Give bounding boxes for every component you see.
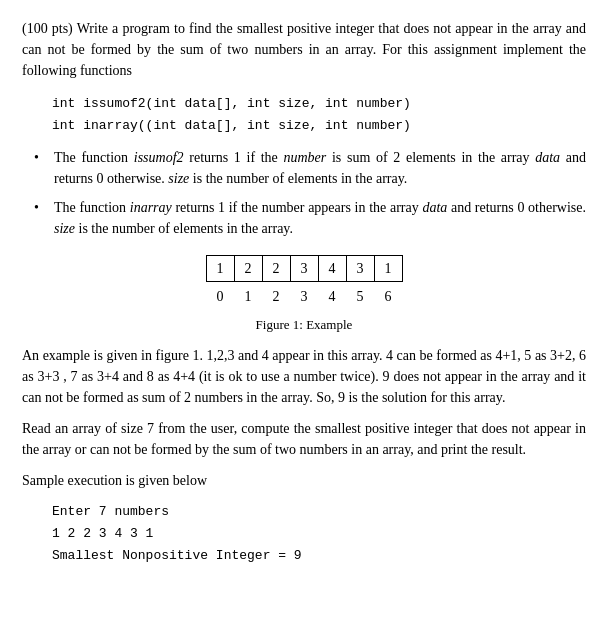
main-content: (100 pts) Write a program to find the sm… [22,18,586,567]
index-6: 6 [374,286,402,307]
problem-text: Write a program to find the smallest pos… [22,21,586,78]
number-em-1: number [284,150,327,165]
index-0: 0 [206,286,234,307]
array-cell-6: 1 [374,256,402,282]
size-em-1: size [168,171,189,186]
sample-line-2: 1 2 2 3 4 3 1 [52,523,586,545]
sample-line-3: Smallest Nonpositive Integer = 9 [52,545,586,567]
index-2: 2 [262,286,290,307]
sample-block: Enter 7 numbers 1 2 2 3 4 3 1 Smallest N… [52,501,586,567]
data-em-1: data [535,150,560,165]
read-paragraph: Read an array of size 7 from the user, c… [22,418,586,460]
points-label: (100 pts) [22,21,73,36]
array-cell-1: 2 [234,256,262,282]
index-4: 4 [318,286,346,307]
index-5: 5 [346,286,374,307]
array-values-row: 1 2 2 3 4 3 1 [206,256,402,282]
figure-container: 1 2 2 3 4 3 1 0 1 2 3 4 5 6 Figure 1: Ex… [22,255,586,335]
size-em-2: size [54,221,75,236]
index-1: 1 [234,286,262,307]
index-3: 3 [290,286,318,307]
array-table: 1 2 2 3 4 3 1 [206,255,403,282]
bullet-item-2: The function inarray returns 1 if the nu… [42,197,586,239]
array-cell-5: 3 [346,256,374,282]
array-cell-4: 4 [318,256,346,282]
code-block: int issumof2(int data[], int size, int n… [52,93,586,137]
bullet-item-1: The function issumof2 returns 1 if the n… [42,147,586,189]
bullet-list: The function issumof2 returns 1 if the n… [42,147,586,239]
figure-caption: Figure 1: Example [256,315,353,335]
data-em-2: data [422,200,447,215]
problem-statement: (100 pts) Write a program to find the sm… [22,18,586,81]
inarray-name-1: inarray [130,200,172,215]
code-line-1: int issumof2(int data[], int size, int n… [52,93,586,115]
array-cell-0: 1 [206,256,234,282]
issumof2-name-1: issumof2 [134,150,184,165]
array-cell-2: 2 [262,256,290,282]
index-row: 0 1 2 3 4 5 6 [206,286,402,307]
example-paragraph: An example is given in figure 1. 1,2,3 a… [22,345,586,408]
sample-line-1: Enter 7 numbers [52,501,586,523]
sample-label: Sample execution is given below [22,470,586,491]
code-line-2: int inarray((int data[], int size, int n… [52,115,586,137]
array-cell-3: 3 [290,256,318,282]
